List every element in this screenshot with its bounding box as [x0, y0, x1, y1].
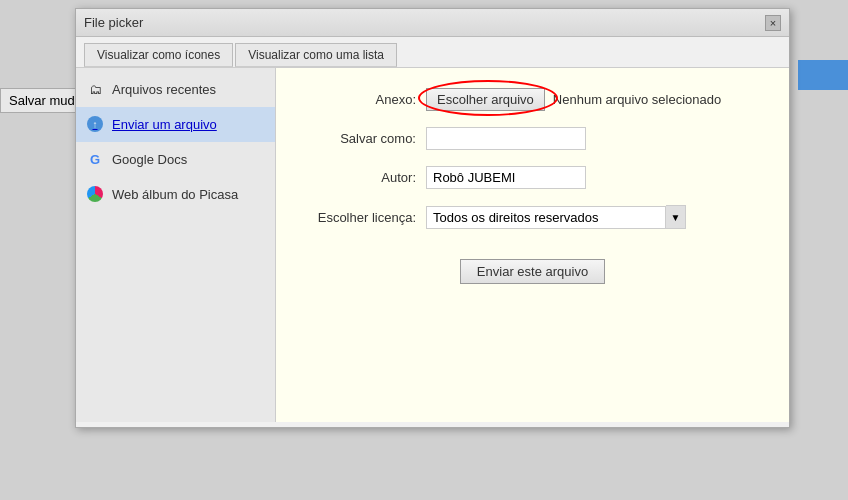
submit-button[interactable]: Enviar este arquivo: [460, 259, 605, 284]
file-chooser-area: Escolher arquivo Nenhum arquivo selecion…: [426, 88, 721, 111]
autor-label: Autor:: [306, 170, 416, 185]
background-blue-button: [798, 60, 848, 90]
anexo-label: Anexo:: [306, 92, 416, 107]
sidebar-item-picasa-label: Web álbum do Picasa: [112, 187, 238, 202]
salvar-como-input[interactable]: [426, 127, 586, 150]
dialog-titlebar: File picker ×: [76, 9, 789, 37]
sidebar-item-gdocs[interactable]: G Google Docs: [76, 142, 275, 177]
sidebar: 🗂 Arquivos recentes ↑ Enviar um arquivo …: [76, 68, 276, 422]
tab-icons[interactable]: Visualizar como ícones: [84, 43, 233, 67]
license-select[interactable]: Todos os direitos reservados Creative Co…: [426, 206, 666, 229]
anexo-row: Anexo: Escolher arquivo Nenhum arquivo s…: [306, 88, 759, 111]
dialog-body: 🗂 Arquivos recentes ↑ Enviar um arquivo …: [76, 68, 789, 422]
autor-row: Autor:: [306, 166, 759, 189]
close-icon: ×: [770, 17, 776, 29]
tab-list[interactable]: Visualizar como uma lista: [235, 43, 397, 67]
sidebar-item-picasa[interactable]: Web álbum do Picasa: [76, 177, 275, 212]
license-select-wrapper: Todos os direitos reservados Creative Co…: [426, 205, 686, 229]
main-content: Anexo: Escolher arquivo Nenhum arquivo s…: [276, 68, 789, 422]
salvar-como-label: Salvar como:: [306, 131, 416, 146]
salvar-como-row: Salvar como:: [306, 127, 759, 150]
file-picker-dialog: File picker × Visualizar como ícones Vis…: [75, 8, 790, 428]
autor-input[interactable]: [426, 166, 586, 189]
google-icon: G: [86, 150, 104, 168]
choose-file-button[interactable]: Escolher arquivo: [426, 88, 545, 111]
upload-icon: ↑: [86, 115, 104, 133]
sidebar-item-recent[interactable]: 🗂 Arquivos recentes: [76, 72, 275, 107]
sidebar-item-upload-label: Enviar um arquivo: [112, 117, 217, 132]
sidebar-item-upload[interactable]: ↑ Enviar um arquivo: [76, 107, 275, 142]
licenca-label: Escolher licença:: [306, 210, 416, 225]
select-arrow-icon[interactable]: ▼: [666, 205, 686, 229]
close-button[interactable]: ×: [765, 15, 781, 31]
dialog-title: File picker: [84, 15, 143, 30]
tab-bar: Visualizar como ícones Visualizar como u…: [76, 37, 789, 68]
submit-row: Enviar este arquivo: [306, 249, 759, 284]
sidebar-item-gdocs-label: Google Docs: [112, 152, 187, 167]
licenca-row: Escolher licença: Todos os direitos rese…: [306, 205, 759, 229]
sidebar-item-recent-label: Arquivos recentes: [112, 82, 216, 97]
picasa-icon: [86, 185, 104, 203]
no-file-label: Nenhum arquivo selecionado: [553, 92, 721, 107]
archive-icon: 🗂: [86, 80, 104, 98]
